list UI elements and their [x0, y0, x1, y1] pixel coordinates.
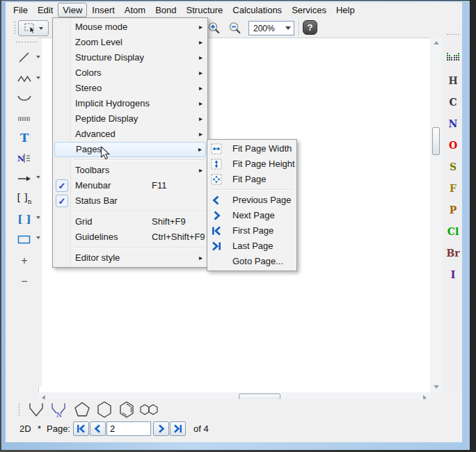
menu-item-implicit-hydrogens[interactable]: Implicit Hydrogens▸ [54, 96, 206, 111]
submenu-item-fit-page[interactable]: Fit Page [209, 172, 295, 187]
menu-item-peptide-display[interactable]: Peptide Display▸ [54, 111, 206, 127]
element-button-O[interactable]: O [444, 138, 462, 153]
element-symbol: S [450, 161, 457, 172]
element-button-Br[interactable]: Br [444, 245, 462, 261]
scroll-up-icon[interactable] [434, 41, 439, 45]
menu-item-structure-display[interactable]: Structure Display▸ [54, 50, 206, 65]
element-button-H[interactable]: H [444, 73, 462, 88]
menu-services[interactable]: Services [287, 3, 331, 17]
menu-item-toolbars[interactable]: Toolbars▸ [54, 163, 206, 178]
submenu-item-fit-page-width[interactable]: Fit Page Width [209, 141, 295, 156]
scroll-down-icon[interactable] [434, 385, 439, 389]
vertical-scroll-thumb[interactable] [432, 127, 440, 155]
element-button-P[interactable]: P [444, 202, 462, 218]
zoom-out-button[interactable] [227, 20, 244, 36]
element-button-S[interactable]: S [444, 159, 462, 175]
chevron-down-icon[interactable] [36, 176, 40, 179]
rectangle-tool-button[interactable] [14, 232, 35, 248]
element-button-Cl[interactable]: Cl [444, 224, 462, 239]
chevron-down-icon[interactable] [36, 216, 40, 219]
submenu-item-first-page[interactable]: First Page [209, 223, 295, 239]
template-naphthalene-button[interactable] [139, 403, 161, 419]
atom-label-tool-button[interactable]: N [14, 150, 35, 166]
periodic-table-button[interactable] [445, 51, 461, 63]
menu-item-colors[interactable]: Colors▸ [54, 65, 206, 81]
chevron-down-icon[interactable] [36, 76, 40, 79]
template-pyrrole-button[interactable]: N [49, 401, 68, 421]
chevron-down-icon[interactable] [36, 236, 40, 239]
submenu-item-fit-page-height[interactable]: Fit Page Height [209, 156, 295, 172]
menu-item-label: Fit Page Width [232, 143, 292, 154]
menu-structure[interactable]: Structure [182, 3, 228, 17]
menu-help[interactable]: Help [331, 3, 360, 17]
chain-tool-button[interactable] [14, 70, 35, 87]
cyclopentane-template-icon [72, 401, 92, 419]
question-mark-icon: ? [308, 22, 313, 33]
cyclohexane-template-icon [95, 401, 114, 419]
bond-tool-button[interactable] [14, 49, 35, 66]
menu-item-mouse-mode[interactable]: Mouse mode▸ [54, 19, 206, 35]
arrow-tool-button[interactable] [14, 170, 35, 187]
submenu-item-last-page[interactable]: Last Page [209, 239, 295, 254]
menu-item-grid[interactable]: Grid Shift+F9 [54, 214, 206, 229]
toolbar-grip[interactable] [14, 21, 16, 35]
menu-view[interactable]: View [58, 3, 87, 17]
reaction-arrow-icon [17, 174, 32, 184]
toolbar-grip[interactable] [15, 41, 38, 43]
template-benzene-button[interactable] [117, 401, 136, 421]
element-button-C[interactable]: C [444, 95, 462, 110]
menu-item-label: Pages [76, 144, 102, 154]
chevron-down-icon [285, 26, 291, 30]
first-page-button[interactable] [73, 421, 89, 436]
menu-item-menubar[interactable]: ✓ Menubar F11 [54, 178, 206, 193]
selection-tool-button[interactable] [18, 20, 49, 36]
text-tool-button[interactable]: T [14, 129, 35, 146]
toolbar-grip[interactable] [446, 33, 460, 35]
page-number-input[interactable] [106, 421, 151, 436]
menu-item-pages[interactable]: Pages▸ [54, 142, 206, 157]
menu-file[interactable]: File [8, 3, 33, 17]
bracket-tool-button[interactable]: [ ] [14, 211, 35, 227]
submenu-item-next-page[interactable]: Next Page [209, 208, 295, 223]
toolbar-grip[interactable] [18, 403, 20, 417]
menu-item-stereo[interactable]: Stereo▸ [54, 81, 206, 96]
repeating-group-tool-button[interactable]: [ ]n [14, 190, 35, 207]
menu-bond[interactable]: Bond [150, 3, 181, 17]
menu-item-advanced[interactable]: Advanced▸ [54, 127, 206, 142]
modified-indicator: * [38, 423, 41, 434]
template-cyclopentane-button[interactable] [72, 401, 92, 421]
rectangle-icon [17, 235, 31, 245]
menu-edit[interactable]: Edit [33, 3, 58, 17]
menu-calculations[interactable]: Calculations [228, 3, 287, 17]
arc-tool-button[interactable] [14, 90, 35, 106]
element-button-N[interactable]: N [444, 116, 462, 131]
previous-page-button[interactable] [90, 421, 106, 436]
menu-item-status-bar[interactable]: ✓ Status Bar [54, 193, 206, 209]
submenu-item-previous-page[interactable]: Previous Page [209, 193, 295, 208]
menu-insert[interactable]: Insert [87, 3, 120, 17]
zoom-level-combobox[interactable]: 200% [248, 21, 294, 35]
vertical-scrollbar[interactable] [431, 38, 442, 392]
toolbar-separator [299, 20, 299, 35]
increase-charge-button[interactable]: + [14, 252, 35, 269]
element-button-I[interactable]: I [444, 267, 462, 282]
decrease-charge-button[interactable]: − [14, 273, 35, 290]
menu-item-editor-style[interactable]: Editor style▸ [54, 250, 206, 266]
template-cyclohexane-button[interactable] [95, 401, 114, 421]
element-button-F[interactable]: F [444, 181, 462, 196]
next-page-button[interactable] [153, 421, 169, 436]
zoom-in-button[interactable] [206, 20, 223, 36]
menu-separator [74, 247, 205, 248]
template-cyclopentadiene-button[interactable] [26, 401, 46, 421]
submenu-item-goto-page[interactable]: Goto Page... [209, 254, 295, 269]
menu-item-guidelines[interactable]: Guidelines Ctrl+Shift+F9 [54, 229, 206, 245]
submenu-arrow-icon: ▸ [199, 250, 203, 266]
menu-item-zoom-level[interactable]: Zoom Level▸ [54, 35, 206, 50]
chevron-down-icon[interactable] [36, 56, 40, 58]
comb-tool-button[interactable] [14, 111, 35, 127]
help-button[interactable]: ? [303, 20, 317, 35]
menu-separator [212, 189, 292, 190]
last-page-button[interactable] [170, 421, 186, 436]
checkmark-icon: ✓ [56, 179, 68, 192]
menu-atom[interactable]: Atom [120, 3, 150, 17]
